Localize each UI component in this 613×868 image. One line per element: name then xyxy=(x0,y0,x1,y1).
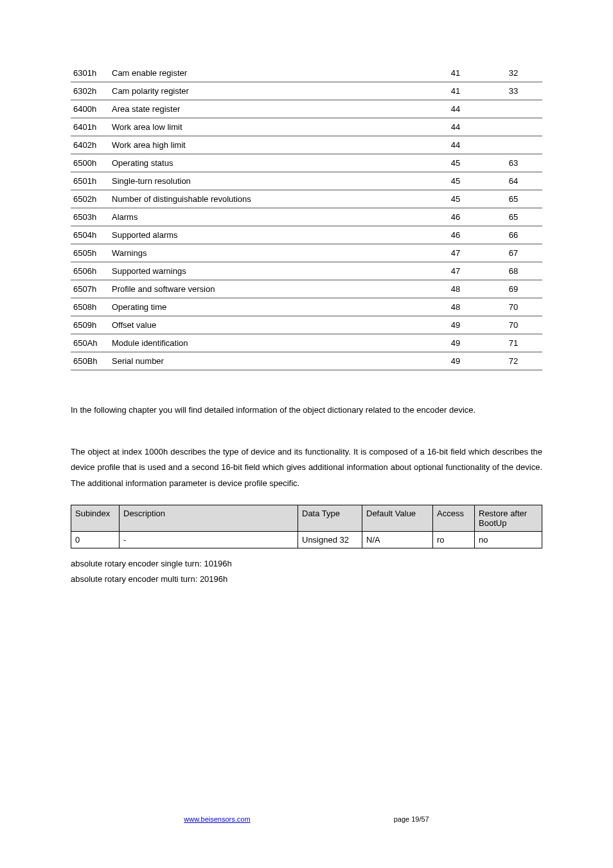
cell-col1: 47 xyxy=(427,244,484,262)
cell-col2: 66 xyxy=(484,226,542,244)
table-row: 650AhModule identification4971 xyxy=(71,334,542,352)
cell-restore: no xyxy=(475,531,542,548)
table-row: 6501hSingle-turn resolution4564 xyxy=(71,172,542,190)
table-row: 6402hWork area high limit44 xyxy=(71,136,542,154)
cell-col1: 41 xyxy=(427,64,484,82)
page-number: page 19/57 xyxy=(394,815,429,823)
cell-col2: 68 xyxy=(484,262,542,280)
table-row: 6505hWarnings4767 xyxy=(71,244,542,262)
cell-desc: Cam polarity register xyxy=(109,82,427,100)
object-dictionary-table: 6301hCam enable register41326302hCam pol… xyxy=(71,64,542,370)
cell-desc: Serial number xyxy=(109,352,427,370)
cell-desc: Profile and software version xyxy=(109,280,427,298)
cell-desc: Supported warnings xyxy=(109,262,427,280)
cell-col1: 45 xyxy=(427,154,484,172)
cell-code: 6505h xyxy=(71,244,109,262)
header-defaultvalue: Default Value xyxy=(362,505,433,531)
cell-desc: Alarms xyxy=(109,208,427,226)
cell-col2: 64 xyxy=(484,172,542,190)
cell-col2: 33 xyxy=(484,82,542,100)
cell-code: 6301h xyxy=(71,64,109,82)
cell-col2: 63 xyxy=(484,154,542,172)
cell-col2: 70 xyxy=(484,316,542,334)
cell-col2: 32 xyxy=(484,64,542,82)
encoder-notes: absolute rotary encoder single turn: 101… xyxy=(71,556,542,588)
cell-code: 6508h xyxy=(71,298,109,316)
cell-col2 xyxy=(484,136,542,154)
cell-desc: Operating status xyxy=(109,154,427,172)
cell-col1: 44 xyxy=(427,100,484,118)
cell-code: 6501h xyxy=(71,172,109,190)
table-row: 6503hAlarms4665 xyxy=(71,208,542,226)
cell-code: 6507h xyxy=(71,280,109,298)
note-multi-turn: absolute rotary encoder multi turn: 2019… xyxy=(71,572,542,588)
cell-desc: Area state register xyxy=(109,100,427,118)
cell-desc: Number of distinguishable revolutions xyxy=(109,190,427,208)
cell-col2 xyxy=(484,100,542,118)
cell-col1: 44 xyxy=(427,136,484,154)
cell-access: ro xyxy=(433,531,475,548)
cell-col1: 48 xyxy=(427,280,484,298)
cell-col1: 48 xyxy=(427,298,484,316)
cell-code: 6402h xyxy=(71,136,109,154)
cell-col2: 65 xyxy=(484,190,542,208)
cell-defaultvalue: N/A xyxy=(362,531,433,548)
footer-link[interactable]: www.beisensors.com xyxy=(184,815,250,823)
note-single-turn: absolute rotary encoder single turn: 101… xyxy=(71,556,542,572)
cell-desc: Operating time xyxy=(109,298,427,316)
cell-col1: 46 xyxy=(427,208,484,226)
table-row: 6302hCam polarity register4133 xyxy=(71,82,542,100)
cell-desc: Module identification xyxy=(109,334,427,352)
page-footer: www.beisensors.com page 19/57 xyxy=(71,815,542,823)
cell-code: 6504h xyxy=(71,226,109,244)
table-row: 0 - Unsigned 32 N/A ro no xyxy=(71,531,542,548)
object-1000h-paragraph: The object at index 1000h describes the … xyxy=(71,444,542,492)
table-row: 6500hOperating status4563 xyxy=(71,154,542,172)
cell-desc: Cam enable register xyxy=(109,64,427,82)
cell-desc: Supported alarms xyxy=(109,226,427,244)
cell-col1: 41 xyxy=(427,82,484,100)
cell-col2 xyxy=(484,118,542,136)
cell-col2: 70 xyxy=(484,298,542,316)
cell-description: - xyxy=(120,531,298,548)
object-definition-table: Subindex Description Data Type Default V… xyxy=(71,505,542,548)
cell-col1: 49 xyxy=(427,316,484,334)
header-datatype: Data Type xyxy=(298,505,362,531)
cell-col2: 69 xyxy=(484,280,542,298)
table-row: 6504hSupported alarms4666 xyxy=(71,226,542,244)
cell-col1: 45 xyxy=(427,190,484,208)
cell-code: 6400h xyxy=(71,100,109,118)
cell-code: 6503h xyxy=(71,208,109,226)
cell-code: 6500h xyxy=(71,154,109,172)
cell-col1: 45 xyxy=(427,172,484,190)
cell-desc: Offset value xyxy=(109,316,427,334)
cell-desc: Work area high limit xyxy=(109,136,427,154)
table-row: 6502hNumber of distinguishable revolutio… xyxy=(71,190,542,208)
table-row: 6400hArea state register44 xyxy=(71,100,542,118)
cell-code: 650Bh xyxy=(71,352,109,370)
cell-col1: 49 xyxy=(427,334,484,352)
cell-desc: Work area low limit xyxy=(109,118,427,136)
cell-col1: 44 xyxy=(427,118,484,136)
cell-col2: 67 xyxy=(484,244,542,262)
cell-subindex: 0 xyxy=(71,531,120,548)
table-row: 6301hCam enable register4132 xyxy=(71,64,542,82)
cell-code: 6506h xyxy=(71,262,109,280)
cell-code: 6302h xyxy=(71,82,109,100)
table-header-row: Subindex Description Data Type Default V… xyxy=(71,505,542,531)
cell-col2: 65 xyxy=(484,208,542,226)
header-restore: Restore after BootUp xyxy=(475,505,542,531)
cell-col2: 71 xyxy=(484,334,542,352)
cell-code: 6401h xyxy=(71,118,109,136)
cell-code: 650Ah xyxy=(71,334,109,352)
chapter-intro-paragraph: In the following chapter you will find d… xyxy=(71,402,542,419)
cell-code: 6502h xyxy=(71,190,109,208)
cell-col2: 72 xyxy=(484,352,542,370)
header-access: Access xyxy=(433,505,475,531)
cell-col1: 46 xyxy=(427,226,484,244)
cell-code: 6509h xyxy=(71,316,109,334)
header-description: Description xyxy=(120,505,298,531)
table-row: 6506hSupported warnings4768 xyxy=(71,262,542,280)
table-row: 6509hOffset value4970 xyxy=(71,316,542,334)
cell-col1: 47 xyxy=(427,262,484,280)
